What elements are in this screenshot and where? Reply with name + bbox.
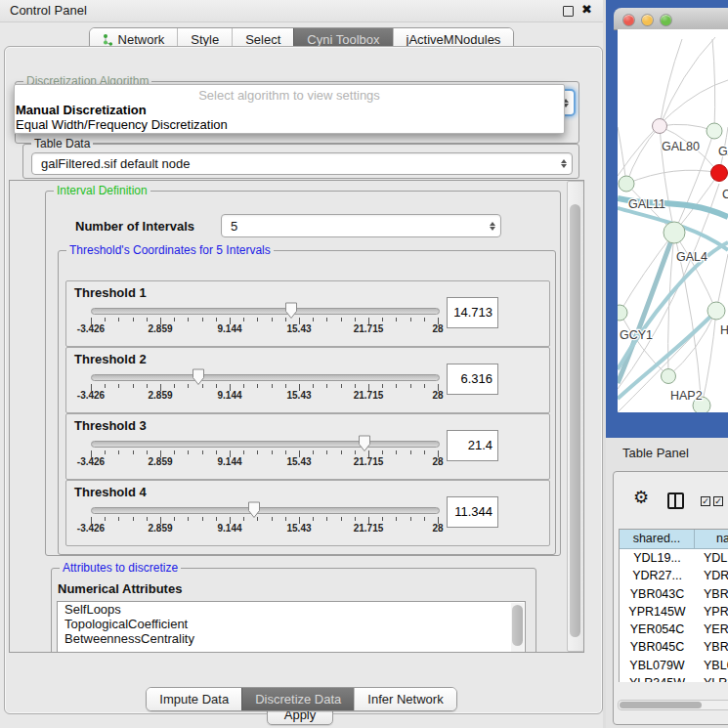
tick-mark	[326, 517, 327, 521]
group-title: Table Data	[31, 137, 93, 151]
cell-shared-name[interactable]: YDL19...	[620, 549, 695, 567]
cell-shared-name[interactable]: YBR043C	[620, 585, 695, 603]
slider-track[interactable]	[91, 308, 440, 315]
cell-name[interactable]: YLR3	[695, 674, 728, 682]
tick-mark	[382, 517, 383, 521]
network-edge[interactable]	[626, 170, 719, 184]
attributes-list-scrollbar[interactable]	[511, 603, 524, 653]
attribute-item-selfloops[interactable]: SelfLoops	[58, 602, 525, 617]
slider-handle[interactable]	[358, 435, 371, 452]
column-header-name[interactable]: na	[695, 530, 728, 548]
cell-shared-name[interactable]: YBR045C	[620, 638, 695, 656]
network-edge[interactable]	[674, 233, 716, 311]
network-edge[interactable]	[660, 37, 715, 126]
table-row[interactable]: YBL079WYBL0	[620, 657, 728, 674]
network-node-GAL80[interactable]	[653, 119, 667, 134]
slider-track[interactable]	[91, 507, 440, 514]
network-edge-highlighted[interactable]	[618, 311, 716, 399]
tick-mark	[243, 318, 244, 321]
network-node-HAP2[interactable]	[662, 369, 676, 384]
network-node-GAL2[interactable]	[707, 123, 722, 139]
threshold-value-field[interactable]: 11.344	[447, 496, 498, 528]
cell-name[interactable]: YER0	[695, 621, 728, 638]
network-node-GCY1[interactable]	[618, 305, 627, 321]
dropdown-placeholder-item[interactable]: Select algorithm to view settings	[15, 88, 564, 103]
tick-label: 15.43	[275, 323, 323, 334]
cell-shared-name[interactable]: YLR345W	[620, 674, 695, 682]
tick-mark	[341, 384, 342, 388]
column-header-shared-name[interactable]: shared...	[620, 530, 695, 548]
cell-shared-name[interactable]: YDR27...	[620, 567, 695, 584]
checkbox-icon[interactable]: ✓	[701, 496, 710, 506]
tick-mark	[174, 384, 175, 388]
cell-shared-name[interactable]: YBL079W	[620, 657, 695, 674]
table-row[interactable]: YLR345WYLR3	[620, 674, 728, 682]
slider-track[interactable]	[91, 374, 440, 381]
tab-infer-network[interactable]: Infer Network	[354, 688, 455, 710]
network-node-RED[interactable]	[711, 165, 728, 182]
table-row[interactable]: YBR043CYBR0	[620, 585, 728, 603]
checkbox-icon[interactable]: ✓	[713, 496, 723, 506]
mac-close-button[interactable]	[623, 15, 634, 25]
network-edge[interactable]	[712, 39, 715, 131]
cell-name[interactable]: YBR0	[695, 585, 728, 603]
cell-name[interactable]: YDL1	[695, 549, 728, 567]
settings-vertical-scrollbar[interactable]	[567, 181, 584, 652]
table-data-combobox[interactable]: galFiltered.sif default node	[31, 152, 573, 175]
tab-impute-data[interactable]: Impute Data	[147, 688, 241, 710]
tab-discretize-data[interactable]: Discretize Data	[241, 688, 354, 710]
float-window-icon[interactable]	[563, 6, 574, 17]
table-row[interactable]: YDL19...YDL1	[620, 549, 728, 567]
attribute-item-topologicalcoefficient[interactable]: TopologicalCoefficient	[58, 617, 525, 631]
cell-shared-name[interactable]: YPR145W	[620, 603, 695, 621]
slider-handle[interactable]	[192, 368, 205, 386]
scrollbar-thumb[interactable]	[570, 204, 580, 637]
cell-name[interactable]: YPR1	[695, 603, 728, 621]
table-horizontal-scrollbar[interactable]	[618, 700, 728, 710]
table-row[interactable]: YBR045CYBR0	[620, 638, 728, 656]
tick-mark	[313, 318, 314, 321]
threshold-value-field[interactable]: 21.4	[447, 430, 498, 461]
threshold-value-field[interactable]: 14.713	[447, 297, 498, 328]
dropdown-item-manual-discretization[interactable]: Manual Discretization	[15, 103, 564, 117]
table-row[interactable]: YPR145WYPR1	[620, 603, 728, 621]
tick-mark	[341, 450, 342, 454]
network-canvas[interactable]: GAL80GACGAL11GAL4GCY1HHAP2	[618, 29, 728, 412]
tick-mark	[341, 318, 342, 321]
split-columns-icon[interactable]	[667, 492, 684, 509]
network-edge[interactable]	[618, 127, 626, 184]
number-of-intervals-combobox[interactable]: 5	[221, 214, 501, 237]
group-title: Attributes to discretize	[60, 561, 181, 576]
network-node-GAL4[interactable]	[664, 222, 685, 243]
cell-shared-name[interactable]: YER054C	[620, 621, 695, 638]
mac-minimize-button[interactable]	[642, 15, 653, 25]
gear-icon[interactable]: ⚙	[633, 489, 649, 506]
slider-handle[interactable]	[284, 302, 298, 320]
table-row[interactable]: YER054CYER0	[620, 621, 728, 638]
tick-mark	[216, 517, 217, 521]
slider-track[interactable]	[91, 441, 440, 448]
node-label-h: H	[720, 323, 728, 337]
network-node-H[interactable]	[707, 302, 725, 320]
scrollbar-thumb[interactable]	[620, 702, 702, 708]
cell-name[interactable]: YBL0	[695, 657, 728, 674]
network-edge[interactable]	[660, 39, 682, 126]
tick-mark	[216, 450, 217, 454]
table-row[interactable]: YDR27...YDR2	[620, 567, 728, 584]
network-node-GAL11[interactable]	[619, 176, 634, 192]
numerical-attributes-list[interactable]: SelfLoopsTopologicalCoefficientBetweenne…	[57, 601, 526, 653]
mac-zoom-button[interactable]	[661, 15, 671, 25]
close-icon[interactable]: ✖	[581, 2, 592, 17]
dropdown-item-equal-width-frequency-discretization[interactable]: Equal Width/Frequency Discretization	[15, 117, 564, 132]
cell-name[interactable]: YDR2	[695, 567, 728, 584]
threshold-value-field[interactable]: 6.316	[447, 364, 498, 395]
attribute-item-betweennesscentrality[interactable]: BetweennessCentrality	[58, 631, 525, 646]
tick-mark	[410, 517, 411, 521]
slider-handle[interactable]	[247, 501, 261, 519]
group-title: Interval Definition	[54, 184, 150, 198]
cell-name[interactable]: YBR0	[695, 638, 728, 656]
tick-mark	[147, 318, 148, 321]
tick-mark	[396, 384, 397, 388]
network-window-titlebar[interactable]	[614, 8, 728, 30]
tick-mark	[355, 384, 356, 388]
